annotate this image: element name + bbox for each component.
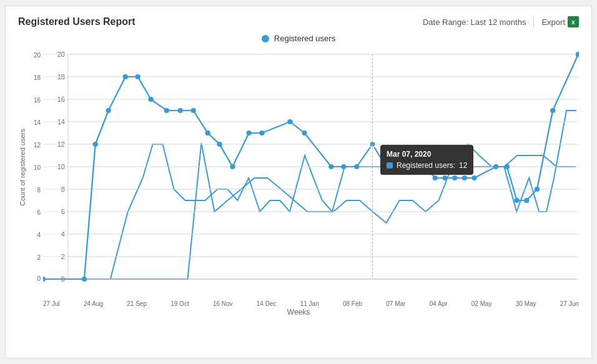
data-dot	[328, 164, 333, 169]
x-label-7: 08 Feb	[343, 300, 362, 307]
data-dot	[178, 108, 183, 113]
data-dot	[433, 175, 438, 180]
x-label-1: 24 Aug	[84, 300, 103, 307]
y-tick-6: 6	[37, 209, 41, 216]
data-dot	[524, 198, 529, 203]
x-axis-title: Weeks	[287, 308, 310, 317]
data-dot	[471, 175, 476, 180]
x-label-11: 30 May	[516, 300, 536, 307]
header-controls: Date Range: Last 12 months Export x	[423, 16, 579, 27]
data-dot	[230, 164, 235, 169]
y-tick-8: 8	[37, 187, 41, 194]
data-dot	[576, 52, 579, 57]
x-label-2: 21 Sep	[127, 300, 147, 307]
data-dot	[383, 164, 388, 169]
data-dot	[43, 277, 46, 282]
legend-dot	[262, 35, 269, 42]
data-dot	[341, 164, 346, 169]
export-label: Export	[541, 17, 565, 27]
data-dot	[259, 130, 264, 135]
data-dot	[411, 164, 416, 169]
data-dot	[514, 198, 519, 203]
data-dot	[217, 142, 222, 147]
x-label-10: 02 May	[471, 300, 492, 307]
export-button[interactable]: Export x	[541, 16, 579, 27]
date-range-label: Date Range: Last 12 months	[423, 17, 526, 27]
chart-area: Count of registered users 0 2 4 6 8 10	[18, 48, 579, 317]
data-dot	[246, 130, 251, 135]
header-divider	[533, 16, 534, 27]
data-dot	[354, 164, 359, 169]
y-axis-ticks: 20 18 16 14 12 10 8 6 4 2 0	[18, 48, 43, 292]
x-label-6: 11 Jan	[300, 300, 319, 307]
y-tick-0: 0	[37, 275, 41, 282]
data-dot	[442, 175, 447, 180]
y-tick-4: 4	[37, 232, 41, 239]
data-dot	[302, 130, 307, 135]
data-dot	[164, 108, 169, 113]
y-tick-14: 14	[34, 119, 41, 126]
data-dot	[462, 175, 467, 180]
y-tick-18: 18	[34, 74, 41, 81]
data-dot	[505, 164, 510, 169]
data-dot	[205, 130, 210, 135]
data-dot	[423, 164, 428, 169]
data-dot	[287, 119, 292, 124]
x-label-5: 14 Dec	[257, 300, 277, 307]
data-dot	[106, 108, 111, 113]
chart-svg-final	[43, 48, 579, 292]
y-tick-2: 2	[37, 254, 41, 261]
y-tick-12: 12	[34, 142, 41, 149]
y-tick-10: 10	[34, 164, 41, 171]
x-label-3: 19 Oct	[170, 300, 189, 307]
x-axis-labels: 27 Jul 24 Aug 21 Sep 19 Oct 16 Nov 14 De…	[43, 300, 579, 307]
x-label-9: 04 Apr	[430, 300, 448, 307]
export-icon: x	[568, 16, 579, 27]
x-label-8: 07 Mar	[386, 300, 405, 307]
data-dot	[190, 108, 195, 113]
legend-label: Registered users	[274, 34, 335, 43]
data-dot	[493, 164, 498, 169]
chart-title: Registered Users Report	[18, 16, 136, 27]
x-label-0: 27 Jul	[43, 300, 60, 307]
chart-legend: Registered users	[18, 34, 579, 43]
data-dot	[82, 277, 87, 282]
y-tick-16: 16	[34, 97, 41, 104]
data-dot	[136, 74, 141, 79]
data-dot	[148, 97, 153, 102]
chart-header: Registered Users Report Date Range: Last…	[18, 16, 579, 27]
chart-container: Registered Users Report Date Range: Last…	[5, 6, 592, 358]
x-label-12: 27 Jun	[560, 300, 579, 307]
data-dot	[123, 74, 128, 79]
x-label-4: 16 Nov	[213, 300, 233, 307]
y-tick-20: 20	[34, 52, 41, 59]
data-dot	[535, 187, 540, 192]
data-dot	[93, 142, 98, 147]
data-dot	[550, 108, 555, 113]
data-dot	[452, 175, 457, 180]
